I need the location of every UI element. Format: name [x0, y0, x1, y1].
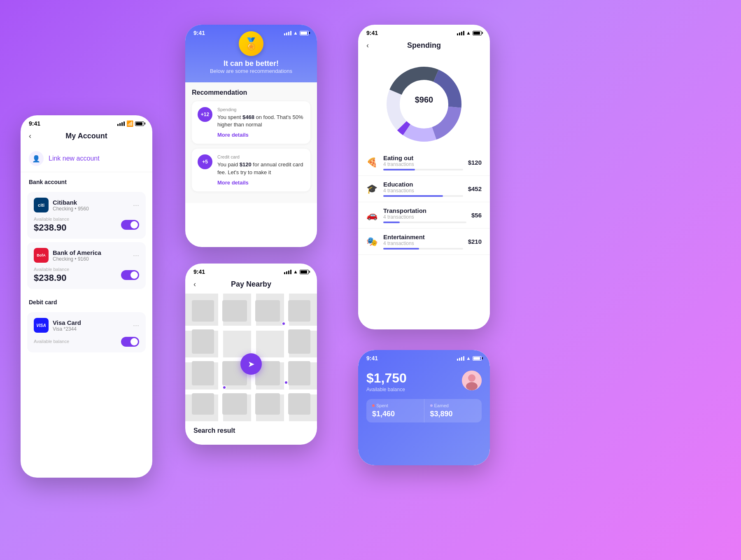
education-info: Education 4 transactions: [383, 181, 463, 197]
dash-avatar: [462, 371, 482, 390]
rec-title: It can be better!: [224, 59, 279, 68]
rec-card-content-spending: Spending You spent $468 on food. That's …: [217, 107, 305, 138]
location-pin[interactable]: ➤: [240, 353, 262, 375]
transport-emoji: 🚗: [366, 210, 377, 221]
signal-pay: [284, 270, 291, 274]
status-bar-dash: 9:41 ▲: [358, 350, 490, 363]
spent-dot: [372, 404, 375, 407]
wifi-pay: ▲: [293, 269, 298, 275]
signal-spending: [457, 31, 464, 35]
link-account-button[interactable]: 👤 Link new account: [21, 145, 152, 172]
debit-section-label: Debit card: [21, 292, 152, 309]
dash-stat-spent: Spent $1,460: [366, 399, 424, 422]
citi-logo: citi: [34, 198, 49, 212]
boa-menu[interactable]: ···: [133, 251, 139, 260]
wifi-rec: ▲: [293, 30, 298, 36]
transport-bar-wrap: [383, 222, 466, 223]
status-icons-pay: ▲: [284, 269, 309, 275]
rec-tag-spending: Spending: [217, 107, 305, 112]
citibank-info: Citibank Checking • 9560: [53, 199, 133, 212]
transport-trans: 4 transactions: [383, 214, 466, 220]
spending-item-education[interactable]: 🎓 Education 4 transactions $452: [358, 176, 490, 202]
dash-content: $1,750 Available balance: [366, 358, 482, 422]
citibank-toggle[interactable]: [121, 220, 139, 230]
rec-more-spending[interactable]: More details: [217, 132, 305, 138]
status-bar-rec: 9:41 ▲: [185, 25, 317, 38]
visa-menu[interactable]: ···: [133, 321, 139, 330]
rec-card-credit: +5 Credit card You paid $120 for annual …: [192, 149, 310, 191]
back-button-pay[interactable]: ‹: [193, 280, 196, 289]
link-account-label: Link new account: [49, 155, 100, 162]
eating-emoji: 🍕: [366, 157, 377, 168]
entertainment-bar-wrap: [383, 248, 463, 250]
map-dot-3: [284, 380, 288, 385]
spent-value: $1,460: [372, 410, 418, 418]
rec-body: Recommendation +12 Spending You spent $4…: [185, 82, 317, 203]
rec-header: 9:41 ▲ 🏅 It can be better!: [185, 25, 317, 82]
status-icons-rec: ▲: [284, 30, 309, 36]
rec-card-text-credit: You paid $120 for annual credit card fee…: [217, 161, 305, 176]
visa-balance-label: Available balance: [34, 339, 69, 344]
spending-categories: 🍕 Eating out 4 transactions $120 🎓 Educa…: [358, 149, 490, 255]
spending-item-eating[interactable]: 🍕 Eating out 4 transactions $120: [358, 149, 490, 176]
education-name: Education: [383, 181, 463, 188]
eating-bar: [383, 169, 415, 170]
eating-amount: $120: [468, 159, 482, 166]
wifi-dash: ▲: [466, 355, 471, 361]
person-icon: 👤: [29, 151, 44, 166]
rec-card-spending: +12 Spending You spent $468 on food. Tha…: [192, 101, 310, 144]
boa-name: Bank of America: [53, 249, 133, 256]
time-dash: 9:41: [366, 355, 378, 362]
citibank-card: citi Citibank Checking • 9560 ··· Availa…: [27, 192, 146, 239]
dash-top: $1,750 Available balance: [358, 350, 490, 465]
status-bar-pay: 9:41 ▲: [185, 264, 317, 277]
citibank-menu[interactable]: ···: [133, 201, 139, 210]
transport-bar: [383, 222, 400, 223]
spending-item-transport[interactable]: 🚗 Transportation 4 transactions $56: [358, 202, 490, 229]
map-view[interactable]: ➤: [185, 294, 317, 421]
boa-card: BofA Bank of America Checking • 9160 ···…: [27, 242, 146, 289]
spending-screen: 9:41 ▲ ‹ Spending: [358, 25, 490, 329]
spending-item-entertainment[interactable]: 🎭 Entertainment 4 transactions $210: [358, 229, 490, 255]
boa-toggle[interactable]: [121, 270, 139, 280]
entertainment-amount: $210: [468, 238, 482, 245]
rec-subtitle: Below are some recommendations: [210, 68, 292, 74]
signal-dash: [457, 356, 464, 361]
wifi-spending: ▲: [466, 30, 471, 36]
time-spending: 9:41: [366, 30, 378, 36]
eating-name: Eating out: [383, 154, 463, 161]
back-button-accounts[interactable]: ‹: [29, 132, 31, 140]
transport-amount: $56: [471, 212, 482, 219]
time-accounts: 9:41: [29, 120, 40, 127]
dash-stat-earned: Earned $3,890: [424, 399, 482, 422]
pay-nearby-screen: 9:41 ▲ ‹ Pay Nearby: [185, 264, 317, 445]
dash-balance-row: $1,750 Available balance: [366, 371, 482, 392]
dash-balance-amount: $1,750: [366, 371, 407, 386]
eating-info: Eating out 4 transactions: [383, 154, 463, 170]
status-icons-dash: ▲: [457, 355, 482, 361]
rec-section-title: Recommendation: [192, 89, 310, 96]
citibank-sub: Checking • 9560: [53, 206, 133, 212]
my-account-screen: 9:41 📶 ‹ My Account 👤 Link new account: [21, 115, 152, 478]
back-button-spending[interactable]: ‹: [366, 41, 369, 50]
account-screen-header: ‹ My Account: [21, 128, 152, 145]
donut-chart: $960: [358, 55, 490, 149]
battery-spending: [473, 31, 482, 35]
battery-rec: [300, 31, 309, 35]
education-bar-wrap: [383, 195, 463, 197]
donut-svg: $960: [383, 63, 465, 145]
eating-bar-wrap: [383, 169, 463, 170]
time-pay: 9:41: [193, 268, 205, 275]
battery-dash: [473, 356, 482, 361]
search-result-label: Search result: [185, 421, 317, 440]
pay-title: Pay Nearby: [231, 280, 271, 289]
rec-more-credit[interactable]: More details: [217, 180, 305, 186]
visa-toggle[interactable]: [121, 337, 139, 347]
svg-text:$960: $960: [415, 95, 433, 104]
citibank-balance: $238.90: [34, 222, 69, 233]
wifi-icon: 📶: [126, 120, 133, 127]
dashboard-screen: 9:41 ▲ $1,750 Available ba: [358, 350, 490, 465]
visa-card: VISA Visa Card Visa *2344 ··· Available …: [27, 312, 146, 352]
education-bar: [383, 195, 443, 197]
eating-trans: 4 transactions: [383, 161, 463, 167]
